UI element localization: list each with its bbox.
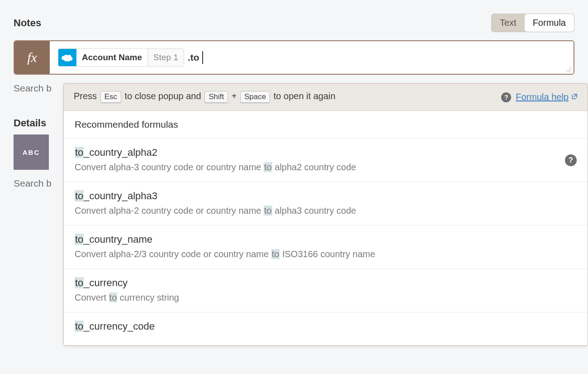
salesforce-icon (58, 48, 76, 67)
resize-handle-icon[interactable] (565, 67, 572, 73)
kbd-space: Space (240, 91, 270, 103)
pill-field-name: Account Name (76, 53, 147, 62)
formula-description: Convert alpha-3 country code or country … (75, 162, 577, 173)
toggle-text[interactable]: Text (492, 14, 525, 32)
toggle-formula[interactable]: Formula (525, 14, 574, 32)
kbd-esc: Esc (100, 91, 121, 103)
popup-header: Press Esc to close popup and Shift + Spa… (64, 84, 588, 111)
typed-text: .to (188, 52, 199, 63)
notes-section-label: Notes (14, 17, 41, 29)
formula-item[interactable]: to_country_alpha2Convert alpha-3 country… (64, 139, 588, 182)
data-pill[interactable]: Account Name Step 1 (58, 48, 184, 67)
external-link-icon (571, 93, 578, 101)
formula-name: to_country_alpha2 (75, 147, 577, 158)
formula-input[interactable]: Account Name Step 1 .to (50, 41, 574, 74)
recommended-formulas-title: Recommended formulas (64, 111, 588, 139)
abc-type-icon: ABC (14, 134, 49, 170)
fx-badge: fx (14, 41, 50, 74)
formula-help-link[interactable]: ? Formula help (501, 92, 578, 102)
text-cursor (202, 51, 203, 64)
formula-item[interactable]: to_country_alpha3Convert alpha-2 country… (64, 182, 588, 189)
formula-bar: fx Account Name Step 1 .to (14, 40, 574, 75)
help-icon: ? (501, 92, 511, 102)
popup-hint: Press Esc to close popup and Shift + Spa… (74, 91, 336, 103)
item-help-icon[interactable]: ? (565, 154, 577, 166)
pill-step: Step 1 (147, 49, 184, 66)
formula-list: to_country_alpha2Convert alpha-3 country… (64, 139, 588, 189)
kbd-shift: Shift (204, 91, 228, 103)
formula-autocomplete-popup: Press Esc to close popup and Shift + Spa… (63, 83, 588, 189)
mode-toggle: Text Formula (491, 14, 574, 32)
